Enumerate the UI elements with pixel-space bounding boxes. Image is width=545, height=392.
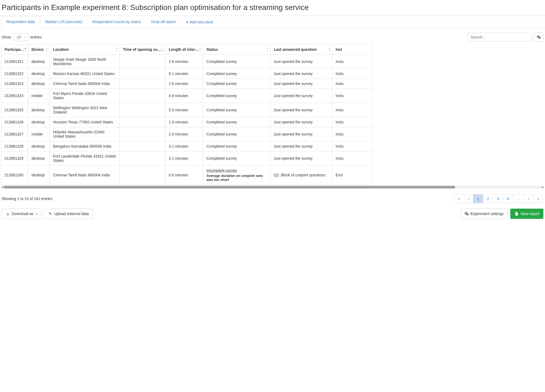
col-participant[interactable]: Participa…▲▼ bbox=[1, 45, 28, 55]
cell-status: Completed survey bbox=[203, 69, 270, 79]
page-button[interactable]: « bbox=[454, 194, 464, 203]
horizontal-scrollbar[interactable]: ◀ ▶ bbox=[1, 185, 544, 189]
cell-status: Completed survey bbox=[203, 103, 270, 117]
scroll-track[interactable] bbox=[4, 186, 541, 188]
table-row[interactable]: 212881324mobileFort Myers Florida 33916 … bbox=[1, 89, 373, 103]
cell-participant-id: 212881323 bbox=[1, 79, 28, 89]
cell-device: desktop bbox=[28, 166, 50, 185]
download-button[interactable]: Download as bbox=[2, 209, 41, 219]
table-row[interactable]: 212881326desktopHouston Texas 77082 Unit… bbox=[1, 117, 373, 127]
cell-length: 2.1 minutes bbox=[166, 151, 203, 166]
cell-question: Just opened the survey bbox=[270, 151, 332, 166]
controls-row: Show 10 entries bbox=[0, 28, 545, 44]
cell-length: 2.8 minutes bbox=[166, 55, 203, 69]
tab-respondent-data[interactable]: Respondent data bbox=[1, 16, 40, 28]
col-question[interactable]: Last answered question▲▼ bbox=[270, 45, 332, 55]
cell-location: Wellington Wellington 6021 New Zealand bbox=[50, 103, 120, 117]
table-row[interactable]: 212881328desktopBengaluru Karnataka 5600… bbox=[1, 141, 373, 151]
cell-time bbox=[120, 141, 166, 151]
footer-row: Showing 1 to 10 of 241 entries «‹1234…›» bbox=[0, 189, 545, 206]
cell-participant-id: 212881325 bbox=[1, 103, 28, 117]
cell-time bbox=[120, 151, 166, 166]
cell-participant-id: 212881326 bbox=[1, 117, 28, 127]
page-button[interactable]: ‹ bbox=[464, 194, 473, 203]
page-button: … bbox=[513, 194, 525, 203]
search-input[interactable] bbox=[467, 33, 532, 41]
scroll-right-icon[interactable]: ▶ bbox=[542, 185, 544, 189]
cell-question: Just opened the survey bbox=[270, 141, 332, 151]
table-row[interactable]: 212881323desktopChennai Tamil Nadu 60000… bbox=[1, 79, 373, 89]
pagination: «‹1234…›» bbox=[454, 194, 543, 203]
view-report-button[interactable]: View report bbox=[510, 209, 543, 219]
cell-device: desktop bbox=[28, 117, 50, 127]
cell-length: 3.1 minutes bbox=[166, 141, 203, 151]
cell-time bbox=[120, 103, 166, 117]
cell-location: Mission Kansas 66201 United States bbox=[50, 69, 120, 79]
sort-icon: ▲▼ bbox=[46, 47, 48, 52]
col-incl[interactable]: Incl bbox=[332, 45, 373, 55]
cell-status: Completed survey bbox=[203, 79, 270, 89]
table-row[interactable]: 212881321desktopSkopje Grad Skopje 1000 … bbox=[1, 55, 373, 69]
page-button[interactable]: 2 bbox=[483, 194, 493, 203]
tab-counts-by-status[interactable]: Respondent counts by status bbox=[87, 16, 146, 28]
add-pivot-label: Add new pivot bbox=[189, 20, 213, 24]
cell-length: 2.6 minutes bbox=[166, 79, 203, 89]
page-button[interactable]: » bbox=[533, 194, 543, 203]
col-status[interactable]: Status▲▼ bbox=[203, 45, 270, 55]
page-button[interactable]: › bbox=[525, 194, 534, 203]
table-row[interactable]: 212881325desktopWellington Wellington 60… bbox=[1, 103, 373, 117]
cell-location: Fort Myers Florida 33916 United States bbox=[50, 89, 120, 103]
table-row[interactable]: 212881322desktopMission Kansas 66201 Uni… bbox=[1, 69, 373, 79]
upload-button[interactable]: Upload external data bbox=[44, 209, 93, 219]
sort-icon: ▲▼ bbox=[328, 47, 330, 52]
settings-gear-button[interactable] bbox=[534, 33, 543, 42]
cell-device: desktop bbox=[28, 79, 50, 89]
col-time[interactable]: Time of opening survey▲▼ bbox=[120, 45, 166, 55]
table-row[interactable]: 212881327mobileHolyoke Massachusetts 010… bbox=[1, 127, 373, 141]
experiment-settings-button[interactable]: Experiment settings bbox=[460, 209, 508, 219]
showing-text: Showing 1 to 10 of 241 entries bbox=[2, 197, 52, 201]
cell-location: Fort Lauderdale Florida 33321 United Sta… bbox=[50, 151, 120, 166]
cell-participant-id: 212881324 bbox=[1, 89, 28, 103]
scroll-left-icon[interactable]: ◀ bbox=[1, 185, 3, 189]
cell-location: Chennai Tamil Nadu 600004 India bbox=[50, 79, 120, 89]
col-location[interactable]: Location▲▼ bbox=[50, 45, 120, 55]
cell-incl: Inclu bbox=[332, 89, 373, 103]
page-size-select[interactable]: 10 bbox=[13, 33, 28, 41]
cell-participant-id: 212881321 bbox=[1, 55, 28, 69]
cell-participant-id: 212881330 bbox=[1, 166, 28, 185]
upload-label: Upload external data bbox=[54, 212, 89, 216]
cell-location: Holyoke Massachusetts 01040 United State… bbox=[50, 127, 120, 141]
upload-icon bbox=[48, 212, 52, 216]
table-row[interactable]: 212881330desktopChennai Tamil Nadu 60000… bbox=[1, 166, 373, 185]
cell-length: 5.3 minutes bbox=[166, 103, 203, 117]
cell-incl: Inclu bbox=[332, 69, 373, 79]
cell-question: Just opened the survey bbox=[270, 103, 332, 117]
page-button[interactable]: 3 bbox=[493, 194, 503, 203]
cell-question: Just opened the survey bbox=[270, 127, 332, 141]
gear-icon bbox=[465, 212, 469, 216]
cell-location: Bengaluru Karnataka 560056 India bbox=[50, 141, 120, 151]
cell-participant-id: 212881322 bbox=[1, 69, 28, 79]
cell-incl: Excl bbox=[332, 166, 373, 185]
cell-length: 1.9 minutes bbox=[166, 117, 203, 127]
tab-median-loi[interactable]: Median LOI (seconds) bbox=[40, 16, 87, 28]
view-report-label: View report bbox=[520, 212, 539, 216]
action-row: Download as Upload external data Experim… bbox=[0, 206, 545, 224]
page-button[interactable]: 1 bbox=[473, 194, 483, 203]
col-device[interactable]: Device▲▼ bbox=[28, 45, 50, 55]
cell-time bbox=[120, 79, 166, 89]
tab-add-pivot[interactable]: + Add new pivot bbox=[181, 16, 218, 28]
cell-device: desktop bbox=[28, 141, 50, 151]
gear-icon bbox=[537, 35, 541, 39]
entries-label: entries bbox=[30, 35, 42, 39]
col-length[interactable]: Length of interview▲▼ bbox=[166, 45, 203, 55]
tab-dropoff-report[interactable]: Drop-off report bbox=[146, 16, 181, 28]
cell-status: Completed survey bbox=[203, 117, 270, 127]
scroll-thumb[interactable] bbox=[4, 186, 455, 188]
cell-length: 2.0 minutes bbox=[166, 127, 203, 141]
table-row[interactable]: 212881329desktopFort Lauderdale Florida … bbox=[1, 151, 373, 166]
sort-icon: ▲▼ bbox=[116, 47, 118, 52]
page-button[interactable]: 4 bbox=[503, 194, 513, 203]
plus-icon: + bbox=[186, 20, 188, 24]
